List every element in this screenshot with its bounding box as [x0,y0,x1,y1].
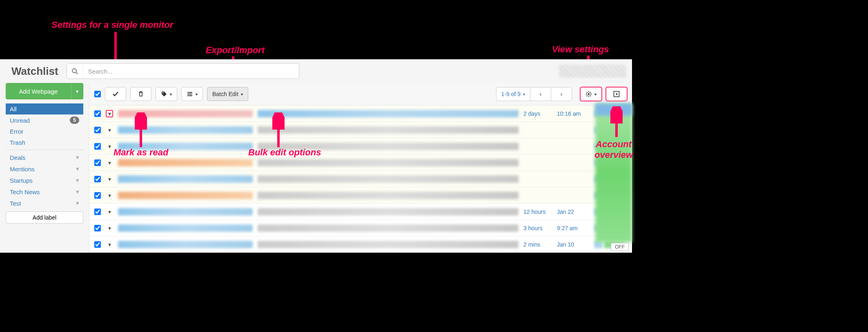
row-settings-dropdown[interactable] [106,175,113,183]
row-settings-dropdown[interactable] [106,143,113,150]
annotation-bulk-edit: Bulk edit options [248,147,321,158]
row-checkbox[interactable] [94,192,101,199]
sidebar-label-mentions[interactable]: Mentions [6,163,83,175]
select-all-checkbox[interactable] [94,91,101,97]
caret-down-icon [523,92,525,96]
badge: 5 [70,117,79,124]
next-page-button[interactable]: › [551,87,572,101]
sidebar-label-tech-news[interactable]: Tech News [6,186,83,197]
row-settings-dropdown[interactable] [106,224,113,232]
row-chart [604,208,625,215]
chevron-right-icon: › [561,91,563,97]
caret-down-icon [108,225,111,231]
svg-point-6 [588,93,590,95]
row-age: 2 mins [523,241,552,248]
caret-down-icon [108,110,111,117]
sidebar-label-text: Deals [10,154,25,161]
caret-down-icon [76,200,79,207]
row-time: 10:16 am [557,110,590,117]
caret-down-icon [76,88,79,94]
sidebar-item-trash[interactable]: Trash [6,137,83,148]
page-count-dropdown[interactable]: 1-9 of 9 [496,87,530,101]
row-settings-dropdown[interactable] [106,192,113,199]
table-row[interactable] [89,171,632,187]
table-row[interactable] [89,155,632,171]
sidebar-label-deals[interactable]: Deals [6,152,83,163]
svg-line-4 [76,72,78,74]
row-age: 12 hours [523,209,552,215]
row-settings-dropdown[interactable] [106,241,113,248]
row-status [594,192,603,199]
tag-dropdown[interactable] [156,87,177,101]
caret-down-icon [76,165,79,173]
caret-down-icon [196,92,198,96]
caret-down-icon [108,241,111,248]
sidebar-label-test[interactable]: Test [6,197,83,209]
caret-down-icon [241,92,243,96]
account-overview-button[interactable] [606,87,627,101]
header: Watchlist [0,59,632,83]
row-status [594,241,603,248]
pager: 1-9 of 9 ‹ › [496,87,572,101]
batch-edit-label: Batch Edit [212,91,238,97]
search-input[interactable] [83,68,299,75]
row-time: Jan 22 [557,209,590,215]
row-checkbox[interactable] [94,159,101,166]
caret-down-icon [108,176,111,182]
row-settings-dropdown[interactable] [106,126,113,134]
annotation-single-monitor: Settings for a single monitor [51,20,173,30]
check-icon [112,91,119,97]
row-description [258,126,519,134]
row-description [258,241,519,248]
row-description [258,175,519,183]
sidebar-item-unread[interactable]: Unread5 [6,114,83,126]
batch-edit-button[interactable]: Batch Edit [207,87,248,101]
add-webpage-button[interactable]: Add Webpage [6,83,71,99]
row-settings-dropdown[interactable] [106,159,113,166]
sidebar-item-label: All [10,105,17,112]
sidebar: Add Webpage AllUnread5ErrorTrash DealsMe… [0,83,89,253]
caret-down-icon [76,154,79,161]
row-settings-dropdown[interactable] [106,208,113,215]
user-menu[interactable] [559,65,626,78]
caret-down-icon [594,92,596,96]
add-label-button[interactable]: Add label [6,211,83,224]
delete-button[interactable] [130,87,151,101]
search-box[interactable] [67,63,299,79]
row-checkbox[interactable] [94,241,101,248]
table-row[interactable]: 2 days10:16 am [89,105,632,122]
row-description [258,208,519,215]
row-chart [604,241,625,248]
sidebar-item-error[interactable]: Error [6,126,83,137]
row-checkbox[interactable] [94,176,101,182]
table-row[interactable]: 3 hours9:27 am [89,220,632,236]
mark-read-button[interactable] [105,87,126,101]
row-checkbox[interactable] [94,127,101,133]
table-row[interactable]: 2 minsJan 10 [89,236,632,253]
arrow-icon [135,112,147,149]
row-checkbox[interactable] [94,225,101,231]
row-settings-dropdown[interactable] [106,110,113,117]
annotation-account-overview: Account overview [594,139,633,160]
panel-collapse-icon [613,91,620,97]
table-row[interactable] [89,138,632,155]
sidebar-label-startups[interactable]: Startups [6,175,83,186]
annotation-view-settings: View settings [552,44,609,55]
row-checkbox[interactable] [94,110,101,117]
caret-down-icon [170,92,172,96]
row-checkbox[interactable] [94,143,101,150]
tag-icon [161,91,167,97]
table-row[interactable]: 12 hoursJan 22 [89,204,632,220]
row-title [118,175,253,183]
row-checkbox[interactable] [94,209,101,215]
add-webpage-dropdown[interactable] [71,83,83,99]
sidebar-label-text: Mentions [10,166,35,173]
table-row[interactable] [89,187,632,204]
prev-page-button[interactable]: ‹ [530,87,551,101]
caret-down-icon [76,188,79,195]
sidebar-item-all[interactable]: All [6,103,83,114]
export-import-dropdown[interactable] [181,87,203,101]
gear-icon [585,91,592,97]
view-settings-button[interactable] [580,87,602,101]
table-row[interactable] [89,122,632,138]
